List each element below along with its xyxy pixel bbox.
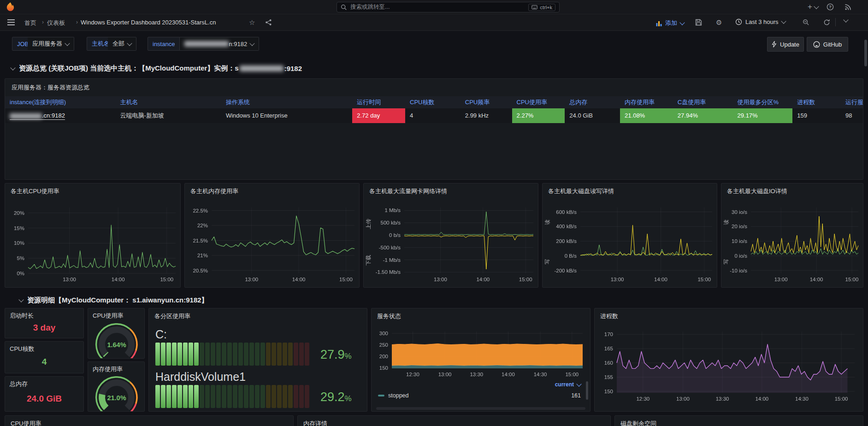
bar-gauge-cell xyxy=(260,385,265,408)
news-rss-icon[interactable] xyxy=(844,3,852,11)
svg-text:下载: 下载 xyxy=(366,254,371,266)
svg-text:-200 kB/s: -200 kB/s xyxy=(554,268,577,273)
bar-gauge-cell xyxy=(216,385,221,408)
stat-value: 4 xyxy=(5,357,83,367)
panel-disk-io: 各主机最大磁盘IO详情 30 io/s20 io/s10 io/s0 io/s-… xyxy=(721,183,863,288)
panel-gauge-0: CPU使用率1.64% xyxy=(88,308,145,359)
table-header-cell[interactable]: 使用最多分区% xyxy=(733,96,793,108)
table-header-cell[interactable]: 运行服务 xyxy=(841,96,863,108)
var-value-job[interactable]: 应用服务器 xyxy=(28,37,74,51)
bar-gauge-cell xyxy=(238,385,243,408)
svg-text:20.5%: 20.5% xyxy=(193,268,208,273)
table-header-cell[interactable]: 内存使用率 xyxy=(620,96,673,108)
svg-text:250: 250 xyxy=(379,342,388,348)
var-value-hostname[interactable]: 全部 xyxy=(108,37,136,51)
panel-title: 磁盘剩余空间 xyxy=(620,420,656,426)
table-header-cell[interactable]: instance(连接到明细) xyxy=(5,96,115,108)
bar-gauge xyxy=(155,343,309,366)
menu-icon[interactable] xyxy=(7,19,15,25)
keyboard-icon xyxy=(531,5,537,10)
update-button[interactable]: Update xyxy=(767,37,804,52)
table-cell: 4 xyxy=(405,108,461,123)
svg-text:13:00: 13:00 xyxy=(676,396,690,402)
bar-gauge-cell xyxy=(194,343,199,366)
svg-text:12:30: 12:30 xyxy=(406,372,419,377)
svg-text:15:00: 15:00 xyxy=(565,372,579,377)
bar-gauge xyxy=(155,385,309,408)
page-scrollbar[interactable] xyxy=(864,40,867,66)
save-icon[interactable] xyxy=(695,19,702,26)
partition-name: C: xyxy=(155,328,167,341)
bar-gauge-cell xyxy=(189,343,193,366)
redacted-text xyxy=(184,41,229,47)
processes-chart[interactable]: 17016516015515012:3013:0013:3014:0014:30… xyxy=(595,308,863,411)
zoom-out-icon[interactable] xyxy=(803,19,809,26)
svg-text:写: 写 xyxy=(544,259,550,265)
bar-gauge-cell xyxy=(233,343,237,366)
table-header-cell[interactable]: 运行时间 xyxy=(352,96,405,108)
table-header-cell[interactable]: 进程数 xyxy=(792,96,841,108)
table-header-cell[interactable]: 主机名 xyxy=(115,96,221,108)
bar-gauge-cell xyxy=(272,343,276,366)
table-header-cell[interactable]: CPU核数 xyxy=(405,96,461,108)
legend-value: 161 xyxy=(571,392,581,399)
table-header-cell[interactable]: 操作系统 xyxy=(221,96,352,108)
add-menu-button[interactable]: + xyxy=(808,0,818,14)
series-line xyxy=(28,225,176,269)
bar-gauge-cell xyxy=(277,343,282,366)
legend-hscrollbar[interactable] xyxy=(376,407,585,410)
help-icon[interactable]: ? xyxy=(827,3,834,11)
series-line xyxy=(212,216,354,255)
search-input[interactable]: 搜索或跳转至... ctrl+k xyxy=(337,2,560,12)
cpu-hosts-chart[interactable]: 20%15%10%5%0%13:0014:0015:00 xyxy=(5,183,180,287)
search-icon xyxy=(341,4,347,11)
legend-scrollbar[interactable] xyxy=(586,381,588,400)
panel-title: CPU使用率 xyxy=(11,420,41,426)
svg-text:15:00: 15:00 xyxy=(845,277,859,282)
section-row-overview[interactable]: 资源总览 (关联JOB项) 当前选中主机：【MyCloudComputer】实例… xyxy=(11,64,302,73)
bar-chart-icon xyxy=(656,20,662,26)
time-range-picker[interactable]: Last 3 hours xyxy=(735,18,785,25)
table-header-cell[interactable]: CPU使用率 xyxy=(512,96,565,108)
bar-gauge-cell xyxy=(183,343,188,366)
svg-text:0%: 0% xyxy=(17,271,24,276)
bar-gauge-cell xyxy=(211,343,215,366)
add-panel-button[interactable]: 添加 xyxy=(656,19,684,27)
bar-gauge-cell xyxy=(277,385,282,408)
table-header-cell[interactable]: 总内存 xyxy=(565,96,620,108)
svg-text:读: 读 xyxy=(544,219,550,225)
network-chart[interactable]: 1 Mb/s500 kb/s0 b/s-500 kb/s-1 Mb/s-1.50… xyxy=(364,183,538,287)
panel-title: 各分区使用率 xyxy=(154,312,190,320)
grafana-logo-icon[interactable] xyxy=(5,1,16,14)
svg-text:14:30: 14:30 xyxy=(795,396,809,402)
svg-text:150: 150 xyxy=(379,365,388,371)
bar-gauge-cell xyxy=(305,385,309,408)
table-header: instance(连接到明细)主机名操作系统运行时间CPU核数CPU频率CPU使… xyxy=(5,96,863,108)
legend-sort-current[interactable]: current xyxy=(555,381,581,388)
table-header-cell[interactable]: CPU频率 xyxy=(461,96,512,108)
refresh-interval-dropdown[interactable] xyxy=(841,18,848,23)
mem-hosts-chart[interactable]: 22.5%22%21.5%21%20.5%13:0014:0015:00 xyxy=(185,183,359,287)
disk-io-chart[interactable]: 30 io/s20 io/s10 io/s0 io/s-10 io/s13:00… xyxy=(721,183,863,287)
disk-rw-chart[interactable]: 600 kB/s400 kB/s200 kB/s0 B/s-200 kB/s13… xyxy=(543,183,717,287)
share-icon[interactable] xyxy=(265,19,272,26)
table-cell[interactable]: .cn:9182 xyxy=(5,108,115,123)
section-row-detail[interactable]: 资源明细【MyCloudComputer： s1.aiwanyun.cn:918… xyxy=(19,296,208,305)
var-value-instance[interactable]: n:9182 xyxy=(180,37,259,51)
bar-gauge-cell xyxy=(222,385,226,408)
svg-text:14:00: 14:00 xyxy=(755,396,768,402)
bar-gauge-cell xyxy=(155,385,160,408)
star-icon[interactable]: ☆ xyxy=(249,18,255,27)
legend-item-stopped[interactable]: stopped xyxy=(378,392,408,399)
table-cell: 29.17% xyxy=(733,108,793,123)
gear-icon[interactable]: ⚙ xyxy=(716,18,722,27)
breadcrumb-dashboards[interactable]: 仪表板 xyxy=(47,19,65,27)
svg-text:-1.50 Mb/s: -1.50 Mb/s xyxy=(376,269,401,275)
svg-text:21.5%: 21.5% xyxy=(193,238,208,243)
breadcrumb-home[interactable]: 首页 xyxy=(24,19,36,27)
table-header-cell[interactable]: C盘使用率 xyxy=(673,96,733,108)
refresh-icon[interactable] xyxy=(823,19,830,26)
svg-text:600 kB/s: 600 kB/s xyxy=(556,209,577,215)
github-button[interactable]: GitHub xyxy=(807,37,848,52)
svg-text:13:00: 13:00 xyxy=(63,277,76,282)
